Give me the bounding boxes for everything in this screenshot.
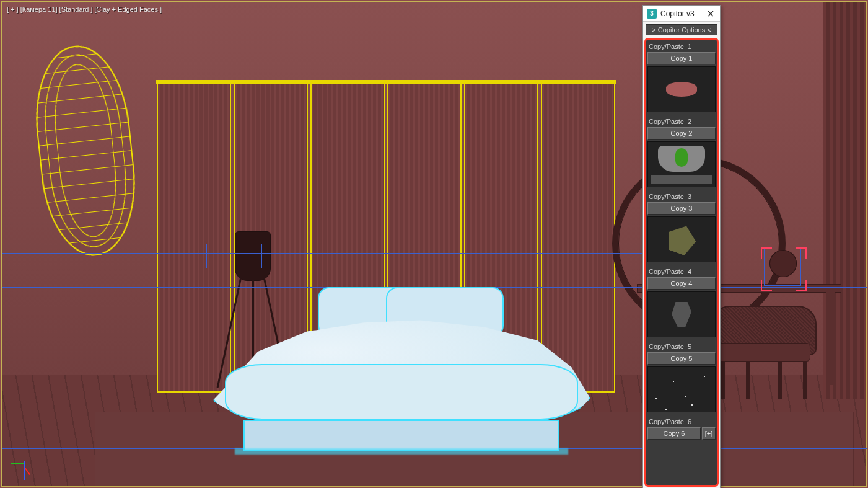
- axis-gizmo[interactable]: [11, 450, 40, 480]
- slot-label: Copy/Paste_2: [647, 116, 716, 127]
- app-icon: 3: [647, 9, 657, 19]
- slot-label: Copy/Paste_4: [647, 266, 716, 277]
- slot-label: Copy/Paste_1: [647, 41, 716, 52]
- copy-button[interactable]: Copy 4: [647, 277, 716, 290]
- bed-selected-object[interactable]: [213, 287, 590, 455]
- close-icon: [708, 11, 714, 17]
- slot-label: Copy/Paste_6: [647, 416, 716, 427]
- panel-titlebar[interactable]: 3 Copitor v3: [643, 6, 720, 22]
- copitor-panel[interactable]: 3 Copitor v3 > Copitor Options < Copy/Pa…: [642, 5, 721, 488]
- slot-thumbnail[interactable]: [647, 216, 716, 262]
- copy-button[interactable]: Copy 1: [647, 52, 716, 64]
- slot: Copy/Paste_6 Copy 6 [+]: [647, 416, 716, 440]
- armchair: [711, 306, 817, 399]
- slot-thumbnail[interactable]: [647, 366, 716, 412]
- viewport-3d[interactable]: [ + ] [Камера 11] [Standard ] [Clay + Ed…: [1, 1, 867, 487]
- viewport-label[interactable]: [ + ] [Камера 11] [Standard ] [Clay + Ed…: [7, 6, 162, 13]
- copitor-options-button[interactable]: > Copitor Options <: [646, 24, 717, 35]
- slot-thumbnail[interactable]: [647, 291, 716, 337]
- slot-thumbnail[interactable]: [647, 141, 716, 187]
- slot: Copy/Paste_2 Copy 2: [647, 116, 716, 187]
- slot: Copy/Paste_4 Copy 4: [647, 266, 716, 337]
- add-slot-button[interactable]: [+]: [702, 427, 716, 440]
- copy-button[interactable]: Copy 3: [647, 202, 716, 215]
- slots-highlighted-area: Copy/Paste_1 Copy 1 Copy/Paste_2 Copy 2 …: [644, 38, 719, 487]
- copy-button[interactable]: Copy 6: [647, 427, 701, 440]
- panel-title: Copitor v3: [660, 9, 700, 18]
- slot: Copy/Paste_1 Copy 1: [647, 41, 716, 112]
- slot-label: Copy/Paste_5: [647, 341, 716, 352]
- desk-leg: [826, 292, 835, 385]
- close-button[interactable]: [704, 7, 717, 20]
- slot-thumbnail[interactable]: [647, 66, 716, 112]
- copy-button[interactable]: Copy 5: [647, 352, 716, 365]
- slot-label: Copy/Paste_3: [647, 191, 716, 202]
- pendant-light-wireframe: [28, 41, 143, 260]
- slot: Copy/Paste_5 Copy 5: [647, 341, 716, 412]
- copy-button[interactable]: Copy 2: [647, 127, 716, 140]
- slot: Copy/Paste_3 Copy 3: [647, 191, 716, 262]
